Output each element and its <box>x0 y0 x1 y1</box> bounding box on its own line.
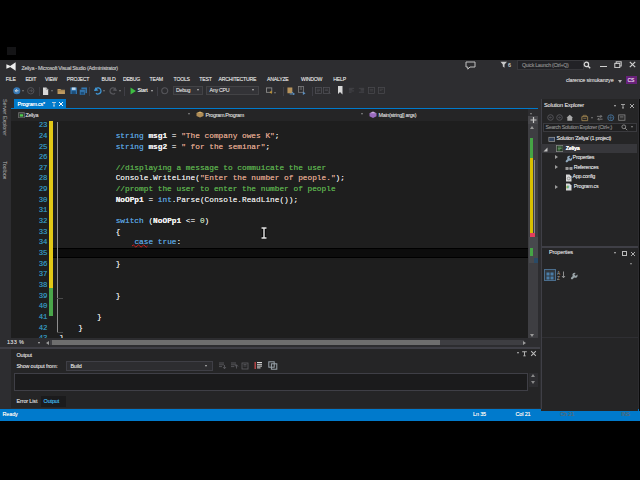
svg-text:Z: Z <box>557 276 560 281</box>
svg-text:#: # <box>566 185 569 191</box>
